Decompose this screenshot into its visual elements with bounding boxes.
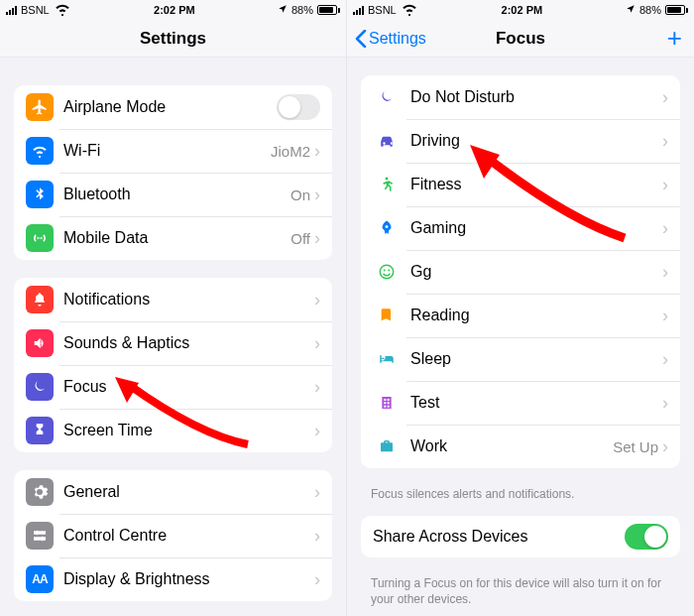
chevron-right-icon: › — [662, 350, 668, 368]
share-across-devices-row[interactable]: Share Across Devices — [361, 516, 680, 557]
focus-row-driving[interactable]: Driving› — [361, 119, 680, 163]
row-value: Set Up — [613, 438, 658, 455]
settings-group: Notifications›Sounds & Haptics›Focus›Scr… — [14, 278, 332, 452]
antenna-icon — [26, 224, 54, 252]
share-toggle[interactable] — [625, 524, 668, 550]
chevron-right-icon: › — [662, 219, 668, 237]
switches-icon — [26, 522, 54, 550]
settings-row-sounds-haptics[interactable]: Sounds & Haptics› — [14, 321, 332, 365]
wifi-icon — [26, 137, 54, 165]
settings-row-focus[interactable]: Focus› — [14, 365, 332, 409]
toggle[interactable] — [277, 94, 320, 120]
chevron-right-icon: › — [662, 132, 668, 150]
airplane-icon — [26, 93, 54, 121]
clock: 2:02 PM — [502, 4, 543, 16]
bed-icon — [373, 345, 401, 373]
chevron-right-icon: › — [662, 394, 668, 412]
row-label: Mobile Data — [63, 229, 290, 247]
aa-icon: AA — [26, 565, 54, 593]
location-icon — [626, 4, 636, 16]
row-label: Bluetooth — [63, 185, 290, 203]
settings-screen: BSNL 2:02 PM 88% Settings Airplane ModeW… — [0, 0, 347, 616]
bluetooth-icon — [26, 181, 54, 208]
carrier-label: BSNL — [21, 4, 50, 16]
focus-row-sleep[interactable]: Sleep› — [361, 337, 680, 381]
battery-icon — [665, 5, 688, 15]
speaker-icon — [26, 329, 54, 357]
row-label: Work — [410, 437, 613, 455]
chevron-right-icon: › — [314, 378, 320, 396]
row-label: Focus — [63, 378, 314, 396]
footer-note-1: Focus silences alerts and notifications. — [347, 486, 694, 516]
row-label: Sleep — [410, 350, 662, 368]
focus-row-work[interactable]: WorkSet Up› — [361, 425, 680, 468]
gear-icon — [26, 478, 54, 506]
chevron-right-icon: › — [314, 422, 320, 439]
book-icon — [373, 302, 401, 329]
chevron-right-icon: › — [314, 527, 320, 545]
bell-icon — [26, 286, 54, 313]
share-label: Share Across Devices — [373, 528, 625, 546]
chevron-right-icon: › — [314, 142, 320, 160]
row-value: On — [290, 186, 310, 203]
row-label: Do Not Disturb — [410, 88, 662, 106]
row-label: Gaming — [410, 219, 662, 237]
moon-icon — [26, 373, 54, 401]
chevron-right-icon: › — [314, 570, 320, 588]
page-title: Settings — [140, 29, 206, 49]
carrier-label: BSNL — [368, 4, 397, 16]
row-label: Screen Time — [63, 422, 314, 439]
focus-row-gaming[interactable]: Gaming› — [361, 206, 680, 250]
row-label: Gg — [410, 263, 662, 281]
focus-row-do-not-disturb[interactable]: Do Not Disturb› — [361, 75, 680, 119]
focus-row-test[interactable]: Test› — [361, 381, 680, 425]
settings-row-mobile-data[interactable]: Mobile DataOff› — [14, 216, 332, 260]
focus-row-gg[interactable]: Gg› — [361, 250, 680, 294]
settings-row-screen-time[interactable]: Screen Time› — [14, 409, 332, 452]
row-label: Wi-Fi — [63, 142, 271, 160]
building-icon — [373, 389, 401, 417]
face-icon — [373, 258, 401, 286]
settings-row-wi-fi[interactable]: Wi-FiJioM2› — [14, 129, 332, 173]
row-label: Control Centre — [63, 527, 314, 545]
back-button[interactable]: Settings — [355, 20, 426, 57]
chevron-right-icon: › — [314, 483, 320, 501]
settings-row-general[interactable]: General› — [14, 470, 332, 514]
chevron-right-icon: › — [662, 176, 668, 193]
chevron-right-icon: › — [662, 263, 668, 281]
row-label: Airplane Mode — [63, 98, 277, 116]
settings-row-control-centre[interactable]: Control Centre› — [14, 514, 332, 557]
focus-row-reading[interactable]: Reading› — [361, 294, 680, 337]
briefcase-icon — [373, 432, 401, 460]
svg-point-0 — [380, 265, 394, 279]
row-label: Display & Brightness — [63, 570, 314, 588]
location-icon — [278, 4, 288, 16]
row-label: Fitness — [410, 176, 662, 193]
status-bar: BSNL 2:02 PM 88% — [347, 0, 694, 20]
settings-row-display-brightness[interactable]: AADisplay & Brightness› — [14, 557, 332, 601]
signal-icon — [6, 5, 17, 15]
nav-bar: Settings Focus + — [347, 20, 694, 58]
row-label: Driving — [410, 132, 662, 150]
footer-note-2: Turning a Focus on for this device will … — [347, 575, 694, 616]
row-label: Sounds & Haptics — [63, 334, 314, 352]
moon-icon — [373, 83, 401, 111]
add-button[interactable]: + — [667, 20, 682, 57]
chevron-right-icon: › — [314, 185, 320, 203]
row-label: Reading — [410, 307, 662, 324]
svg-point-2 — [388, 270, 390, 272]
row-label: Notifications — [63, 291, 314, 308]
settings-group: Airplane ModeWi-FiJioM2›BluetoothOn›Mobi… — [14, 85, 332, 260]
chevron-right-icon: › — [662, 307, 668, 324]
wifi-icon — [54, 0, 71, 20]
rocket-icon — [373, 214, 401, 242]
back-label: Settings — [369, 30, 426, 48]
settings-row-airplane-mode[interactable]: Airplane Mode — [14, 85, 332, 129]
focus-screen: BSNL 2:02 PM 88% Settings Focus + Do Not… — [347, 0, 694, 616]
signal-icon — [353, 5, 364, 15]
status-bar: BSNL 2:02 PM 88% — [0, 0, 346, 20]
settings-row-bluetooth[interactable]: BluetoothOn› — [14, 173, 332, 216]
row-value: JioM2 — [271, 143, 310, 160]
settings-row-notifications[interactable]: Notifications› — [14, 278, 332, 321]
focus-row-fitness[interactable]: Fitness› — [361, 163, 680, 206]
